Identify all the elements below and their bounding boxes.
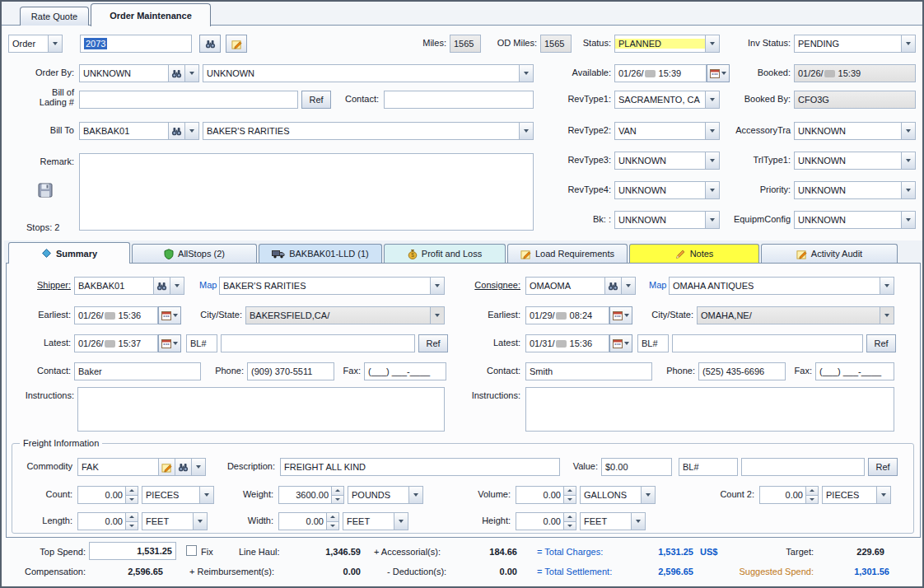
commodity-edit-button[interactable]: [158, 459, 175, 475]
bill-of-lading-input[interactable]: [79, 91, 298, 109]
spin-up-icon[interactable]: [332, 487, 343, 495]
tab-rate-quote[interactable]: Rate Quote: [20, 7, 89, 26]
chevron-down-icon[interactable]: [705, 123, 719, 139]
length-spinner[interactable]: 0.00: [77, 512, 138, 530]
tab-activity-audit[interactable]: Activity Audit: [761, 244, 898, 263]
tab-profit-and-loss[interactable]: Profit and Loss: [384, 244, 506, 263]
available-date-field[interactable]: 01/26/15:39: [614, 64, 707, 82]
revtype4-dropdown[interactable]: UNKNOWN: [614, 181, 720, 199]
description-input[interactable]: FREIGHT ALL KIND: [280, 458, 560, 476]
tab-summary[interactable]: Summary: [8, 242, 130, 264]
floppy-disk-icon[interactable]: [38, 183, 53, 198]
inv-status-dropdown[interactable]: PENDING: [794, 35, 916, 53]
consignee-latest-date-field[interactable]: 01/31/15:36: [525, 334, 609, 352]
spin-down-icon[interactable]: [564, 495, 576, 504]
chevron-down-icon[interactable]: [901, 212, 915, 228]
spin-up-icon[interactable]: [806, 487, 818, 495]
bill-to-combo[interactable]: BAKBAK01: [79, 122, 199, 140]
width-unit-dropdown[interactable]: FEET: [343, 512, 408, 530]
value-input[interactable]: $0.00: [601, 458, 672, 476]
chevron-down-icon[interactable]: [901, 152, 915, 169]
count-spinner[interactable]: 0.00: [77, 486, 138, 504]
equipmconfig-dropdown[interactable]: UNKNOWN: [794, 211, 916, 229]
fix-checkbox[interactable]: [186, 545, 197, 556]
tab-notes[interactable]: Notes: [629, 244, 759, 263]
height-spinner[interactable]: 0.00: [516, 512, 576, 530]
remark-textarea[interactable]: [79, 153, 534, 231]
revtype1-dropdown[interactable]: SACRAMENTO, CA: [614, 91, 720, 109]
chevron-down-icon[interactable]: [705, 91, 719, 108]
chevron-down-icon[interactable]: [705, 35, 719, 52]
status-dropdown[interactable]: PLANNED: [614, 35, 720, 53]
chevron-down-icon[interactable]: [641, 487, 655, 503]
volume-spinner[interactable]: 0.00: [516, 486, 576, 504]
revtype2-dropdown[interactable]: VAN: [614, 122, 720, 140]
shipper-phone-input[interactable]: (909) 370-5511: [247, 362, 334, 380]
order-lookup-button[interactable]: [199, 35, 221, 53]
bill-to-lookup-button[interactable]: [168, 123, 184, 139]
spin-down-icon[interactable]: [806, 495, 818, 504]
trltype1-dropdown[interactable]: UNKNOWN: [794, 152, 916, 170]
shipper-instructions-textarea[interactable]: [77, 387, 445, 432]
shipper-earliest-date-field[interactable]: 01/26/15:36: [74, 306, 158, 324]
order-edit-button[interactable]: [226, 35, 247, 53]
chevron-down-icon[interactable]: [193, 513, 207, 530]
shipper-map-link[interactable]: Map: [199, 280, 217, 290]
length-unit-dropdown[interactable]: FEET: [142, 512, 208, 530]
chevron-down-icon[interactable]: [876, 487, 890, 503]
commodity-combo[interactable]: FAK: [77, 458, 206, 476]
top-spend-input[interactable]: 1,531.25: [89, 542, 176, 560]
shipper-fax-input[interactable]: (___) ___-____: [364, 362, 446, 380]
consignee-latest-calendar-button[interactable]: [609, 334, 632, 352]
chevron-down-icon[interactable]: [430, 278, 444, 294]
shipper-earliest-calendar-button[interactable]: [158, 306, 181, 324]
consignee-combo[interactable]: OMAOMA: [525, 277, 636, 295]
consignee-contact-input[interactable]: Smith: [525, 362, 652, 380]
tab-allstops[interactable]: AllStops (2): [132, 244, 257, 263]
freight-ref-button[interactable]: Ref: [868, 458, 898, 476]
chevron-down-icon[interactable]: [184, 123, 198, 139]
consignee-ref-button[interactable]: Ref: [866, 334, 896, 352]
header-contact-input[interactable]: [384, 91, 534, 109]
bk-dropdown[interactable]: UNKNOWN: [614, 211, 720, 229]
spin-down-icon[interactable]: [126, 521, 138, 530]
spin-down-icon[interactable]: [332, 495, 343, 504]
shipper-ref-button[interactable]: Ref: [418, 334, 448, 352]
chevron-down-icon[interactable]: [621, 278, 635, 294]
chevron-down-icon[interactable]: [901, 182, 915, 198]
consignee-instructions-textarea[interactable]: [525, 387, 894, 432]
order-by-combo[interactable]: UNKNOWN: [79, 64, 199, 82]
consignee-earliest-date-field[interactable]: 01/29/08:24: [525, 306, 609, 324]
width-spinner[interactable]: 0.00: [278, 512, 339, 530]
spin-up-icon[interactable]: [327, 513, 338, 521]
chevron-down-icon[interactable]: [199, 487, 213, 503]
order-type-dropdown[interactable]: Order: [8, 35, 63, 53]
spin-down-icon[interactable]: [327, 521, 338, 530]
weight-spinner[interactable]: 3600.00: [278, 486, 344, 504]
count2-spinner[interactable]: 0.00: [759, 486, 819, 504]
tab-order-maintenance[interactable]: Order Maintenance: [91, 3, 211, 26]
freight-bl-input[interactable]: [741, 458, 865, 476]
shipper-contact-input[interactable]: Baker: [74, 362, 201, 380]
spin-up-icon[interactable]: [126, 487, 138, 495]
shipper-name-dropdown[interactable]: BAKER'S RARITIES: [219, 277, 445, 295]
consignee-name-dropdown[interactable]: OMAHA ANTIQUES: [669, 277, 894, 295]
order-number-input[interactable]: 2073: [80, 35, 192, 53]
consignee-fax-input[interactable]: (___) ___-____: [815, 362, 894, 380]
chevron-down-icon[interactable]: [705, 182, 719, 198]
chevron-down-icon[interactable]: [170, 278, 184, 294]
consignee-bl-input[interactable]: [672, 334, 863, 352]
height-unit-dropdown[interactable]: FEET: [580, 512, 646, 530]
chevron-down-icon[interactable]: [48, 35, 62, 52]
tab-load-requirements[interactable]: Load Requirements: [507, 244, 628, 263]
spin-up-icon[interactable]: [126, 513, 138, 521]
chevron-down-icon[interactable]: [705, 212, 719, 228]
chevron-down-icon[interactable]: [184, 65, 198, 82]
spin-up-icon[interactable]: [564, 487, 576, 495]
order-by-name-dropdown[interactable]: UNKNOWN: [203, 64, 534, 82]
accessorytra-dropdown[interactable]: UNKNOWN: [794, 122, 916, 140]
volume-unit-dropdown[interactable]: GALLONS: [580, 486, 656, 504]
chevron-down-icon[interactable]: [408, 487, 422, 503]
revtype3-dropdown[interactable]: UNKNOWN: [614, 152, 720, 170]
chevron-down-icon[interactable]: [705, 152, 719, 169]
